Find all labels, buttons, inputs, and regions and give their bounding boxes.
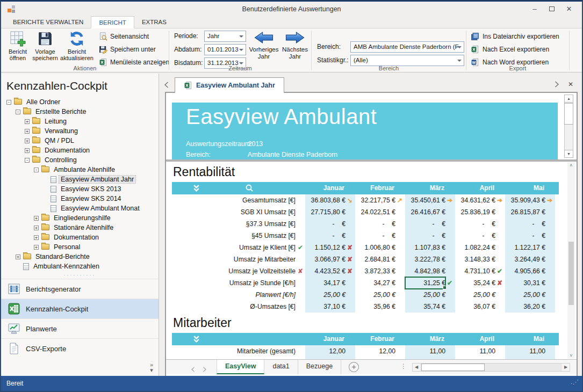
scroll-up-icon[interactable]: ▲ [564,95,573,103]
tree-item[interactable]: Easyview SKS 2013 [1,184,159,194]
scroll-left-icon[interactable]: ◀ [413,364,420,371]
sheet-tab-easyview[interactable]: EasyView [217,360,264,374]
value-cell[interactable]: 30,31 € [505,277,545,289]
scroll-down-icon[interactable]: ▼ [564,150,573,158]
ribbon-tab-bericht[interactable]: BERICHT [91,16,134,28]
value-cell[interactable]: 11,00 [505,345,545,357]
document-tab[interactable]: Easyview Ambulant Jahr [175,77,284,93]
value-cell[interactable]: 4.905,66 € [505,265,545,277]
value-cell[interactable]: 35,74 € [405,301,445,313]
close-document-icon[interactable]: ✕ [568,81,573,88]
month-header[interactable]: März [405,333,455,345]
banner-scrollbar[interactable]: ▲ ▼ [564,95,573,158]
selected-cell[interactable]: 31,25 € [405,277,445,289]
sheet-tab-bezuege[interactable]: Bezuege [298,360,341,374]
value-cell[interactable]: - € [455,218,495,230]
value-cell[interactable]: - € [405,218,445,230]
tree-item[interactable]: +Verwaltung [1,126,159,136]
value-cell[interactable]: 1.082,24 € [455,242,495,253]
value-cell[interactable]: 3.872,33 € [355,265,395,277]
tree-item[interactable]: +Leitung [1,117,159,126]
tree-item[interactable]: +QM / PDL [1,136,159,146]
ribbon-tab-extras[interactable]: EXTRAS [134,16,174,28]
tree-item[interactable]: -Erstellte Berichte [1,107,159,117]
scroll-down-icon[interactable]: ˅ [567,353,575,358]
sheet-tab-data1[interactable]: data1 [264,360,298,374]
value-cell[interactable]: 34,27 € [355,277,395,289]
month-header[interactable]: Mai [505,333,555,345]
value-cell[interactable]: - € [355,230,395,242]
expander-plus-icon[interactable]: + [25,139,30,143]
sheet-nav-right-icon[interactable] [203,365,207,370]
tree-item[interactable]: -Controlling [1,155,159,165]
scroll-right-icon[interactable]: ▶ [562,364,570,371]
value-cell[interactable]: - € [455,230,495,242]
value-cell[interactable]: 35.450,61 € [405,194,445,206]
value-cell[interactable]: 2.684,81 € [355,253,395,265]
month-header[interactable]: Februar [355,333,405,345]
value-cell[interactable]: 4.842,98 € [405,265,445,277]
value-cell[interactable]: 12,00 [355,345,395,357]
value-cell[interactable]: 34.631,62 € [455,194,495,206]
speichern-unter-button[interactable]: Speichern unter [99,44,156,55]
expander-plus-icon[interactable]: + [34,216,39,221]
tab-scroll-left-icon[interactable] [164,81,169,87]
value-cell[interactable]: 35,96 € [355,301,395,313]
tree-item[interactable]: +Dokumentation [1,233,159,242]
month-header[interactable]: Januar [305,182,355,194]
value-cell[interactable]: 1.150,12 € [305,242,346,253]
value-cell[interactable]: 34,17 € [305,277,346,289]
expander-plus-icon[interactable]: + [25,119,30,124]
scrollbar-thumb[interactable] [568,242,574,305]
value-cell[interactable]: 35.909,43 € [505,194,545,206]
month-header[interactable]: April [455,182,505,194]
value-cell[interactable]: 1.107,83 € [405,242,445,253]
value-cell[interactable]: 12,00 [305,345,346,357]
statistikgruppe-select[interactable]: (Alle) [350,55,464,66]
value-cell[interactable]: 3.264,49 € [505,253,545,265]
value-cell[interactable]: 25.836,19 € [455,206,495,218]
value-cell[interactable]: - € [355,218,395,230]
value-cell[interactable]: - € [305,230,346,242]
value-cell[interactable]: 32.217,75 € [355,194,395,206]
scroll-up-icon[interactable]: ˄ [567,163,575,168]
month-header[interactable]: April [455,333,505,345]
tree-item[interactable]: +Dokumentation [1,146,159,155]
bericht-oeffnen-button[interactable]: Bericht öffnen [4,30,31,65]
value-cell[interactable]: 4.423,52 € [305,265,346,277]
expander-plus-icon[interactable]: + [25,148,30,153]
value-cell[interactable]: - € [305,218,346,230]
value-cell[interactable]: 3.066,97 € [305,253,346,265]
ribbon-tab-berichte-verwalten[interactable]: BERICHTE VERWALTEN [5,16,91,28]
collapse-rows-icon[interactable] [192,335,200,343]
sheetbar-splitter[interactable]: ⋮ [400,362,407,370]
tree-item[interactable]: Easyview Ambulant Monat [1,204,159,213]
value-cell[interactable]: 1.006,80 € [355,242,395,253]
expander-minus-icon[interactable]: - [16,110,20,114]
value-cell[interactable]: 26.416,67 € [405,206,445,218]
value-cell[interactable]: 25,00 € [305,289,346,301]
month-header[interactable]: Mai [505,182,555,194]
horizontal-scrollbar[interactable]: ◀ ▶ [412,363,570,372]
value-cell[interactable]: 27.715,80 € [305,206,346,218]
month-header[interactable]: März [405,182,455,194]
value-cell[interactable]: 11,00 [405,345,445,357]
resize-grip-icon[interactable]: .⋰ [571,374,579,389]
vorheriges-jahr-button[interactable]: Vorheriges Jahr [248,30,279,64]
value-cell[interactable]: 3.148,33 € [455,253,495,265]
bereich-select[interactable]: AMB Ambulante Dienste Paderborn (F [350,41,464,53]
nav-item-csv-exporte[interactable]: CSV-Exporte [1,338,159,358]
value-cell[interactable]: 25,00 € [455,289,495,301]
sidebar-splitter[interactable]: ·········· [1,272,159,279]
expander-plus-icon[interactable]: + [34,226,39,230]
value-cell[interactable]: 25,00 € [405,289,445,301]
expander-plus-icon[interactable]: + [34,245,39,250]
value-cell[interactable]: 36,07 € [455,301,495,313]
value-cell[interactable]: 4.731,10 € [455,265,495,277]
nav-item-berichtsgenerator[interactable]: Berichtsgenerator [1,279,159,299]
nav-item-planwerte[interactable]: Planwerte [1,318,159,338]
expander-minus-icon[interactable]: - [25,158,30,163]
sheet-nav-left-icon[interactable] [191,365,195,370]
abdatum-select[interactable]: 01.01.2013 [204,44,246,55]
tree-item[interactable]: Easyview SKS 2014 [1,194,159,204]
